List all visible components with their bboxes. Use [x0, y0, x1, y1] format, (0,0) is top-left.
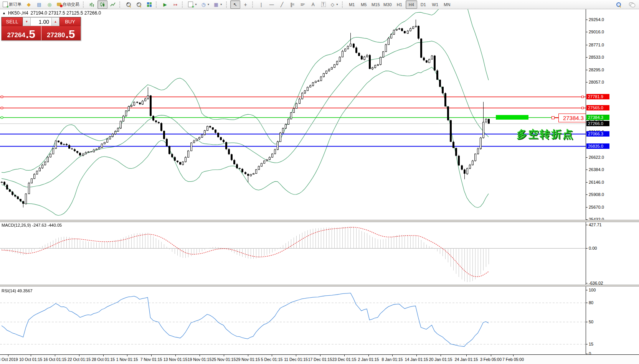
line-chart-button[interactable]	[108, 0, 118, 9]
axis-price-label: 26146.0	[589, 180, 604, 184]
macd-canvas[interactable]	[0, 222, 586, 285]
ohlc-values: 27194.0 27317.5 27125.5 27266.0	[31, 10, 101, 16]
time-axis-label: 13 Nov 01:15	[163, 357, 187, 362]
sell-price-fraction: .5	[26, 29, 35, 39]
tab-w1[interactable]: W1	[429, 0, 441, 9]
turning-point-annotation[interactable]: 多空转折点	[517, 127, 574, 141]
macd-scale-label: 0.00	[589, 246, 597, 250]
toolbar-grip	[182, 2, 185, 8]
tab-m1[interactable]: M1	[346, 0, 358, 9]
tab-m5[interactable]: M5	[358, 0, 370, 9]
autotrade-icon	[57, 3, 61, 6]
search-button[interactable]	[614, 0, 624, 9]
axis-price-label: 28533.0	[589, 55, 604, 59]
time-axis-tick	[248, 355, 248, 356]
time-axis-label: 2 Jan 01:15	[358, 357, 379, 362]
vertical-line-button[interactable]: |	[256, 0, 266, 9]
auto-scroll-button[interactable]: ▶	[160, 0, 170, 9]
tile-windows-icon	[147, 2, 152, 7]
tab-d1[interactable]: D1	[418, 0, 429, 9]
horizontal-line-button[interactable]: —	[267, 0, 277, 9]
time-axis-label: 7 Nov 01:15	[140, 357, 162, 362]
buy-price[interactable]: 27280 .5	[41, 26, 81, 40]
volume-input[interactable]: 1.00	[31, 17, 51, 26]
time-axis-tick	[8, 355, 8, 356]
candlestick-chart-icon	[100, 2, 105, 7]
time-axis-tick	[466, 355, 467, 356]
terminal-button[interactable]: ◎	[45, 0, 54, 9]
vertical-line-icon: |	[261, 2, 262, 7]
sell-price-main: 27264	[7, 31, 25, 39]
zoom-out-icon: −	[137, 2, 141, 7]
fibonacci-button[interactable]: ≡F	[298, 0, 308, 9]
axis-tick	[586, 45, 588, 45]
zoom-out-button[interactable]: −	[134, 0, 144, 9]
time-axis[interactable]: 3 Oct 201910 Oct 01:1516 Oct 01:1522 Oct…	[0, 354, 639, 364]
time-axis-tick	[79, 355, 79, 356]
axis-price-label: 25908.0	[589, 192, 604, 197]
time-axis-tick	[368, 355, 369, 356]
axis-tick	[586, 194, 588, 195]
tab-mn[interactable]: MN	[441, 0, 453, 9]
time-axis-label: 23 Dec 01:15	[332, 357, 356, 362]
buy-button[interactable]: BUY	[59, 17, 81, 26]
time-axis-label: 5 Dec 01:15	[261, 357, 283, 362]
autotrade-button[interactable]: 自动交易	[55, 0, 81, 9]
crosshair-icon: +	[244, 2, 247, 8]
rsi-scale-label: 100	[589, 288, 596, 292]
macd-label: MACD(12,26,9) -247.63 -440.05	[2, 223, 62, 227]
time-axis-tick	[31, 355, 31, 356]
collapse-panel-icon[interactable]: ▲	[2, 11, 6, 15]
template-icon: ▦	[214, 2, 218, 7]
zoom-in-button[interactable]: +	[124, 0, 134, 9]
axis-tick	[586, 32, 588, 32]
sell-price[interactable]: 27264 .5	[2, 26, 41, 40]
tile-windows-button[interactable]	[144, 0, 154, 9]
arrows-button[interactable]: ◇ ▼	[329, 0, 340, 9]
price-axis[interactable]: 29254.029016.028771.028533.028295.028057…	[586, 0, 639, 364]
channel-button[interactable]: ∥E	[287, 0, 297, 9]
market-watch-button[interactable]: ◆	[24, 0, 34, 9]
axis-price-label: 28295.0	[589, 68, 604, 72]
price-chart-canvas[interactable]	[0, 9, 586, 220]
templates-button[interactable]: ▦ ▼	[212, 0, 224, 9]
axis-price-label: 25670.0	[589, 205, 604, 209]
new-order-label: 新订单	[9, 2, 21, 7]
rsi-scale-label: 15	[589, 342, 593, 346]
arrows-icon: ◇	[331, 2, 334, 7]
new-order-button[interactable]: + 新订单	[1, 0, 23, 9]
time-axis-tick	[127, 355, 127, 356]
axis-tick	[586, 225, 588, 225]
crosshair-button[interactable]: +	[241, 0, 251, 9]
fibonacci-icon: ≡	[301, 2, 303, 7]
time-axis-tick	[224, 355, 224, 356]
indicators-button[interactable]: + ▼	[186, 0, 199, 9]
axis-tick	[586, 354, 588, 354]
candlestick-chart-button[interactable]	[97, 0, 107, 9]
tab-h4[interactable]: H4	[406, 0, 417, 9]
cursor-button[interactable]: ↖	[230, 0, 240, 9]
community-chat-button[interactable]	[627, 0, 637, 9]
axis-tick	[586, 290, 588, 290]
trendline-button[interactable]: ╱	[277, 0, 287, 9]
periods-button[interactable]: ◷ ▼	[200, 0, 211, 9]
text-label-button[interactable]: T	[319, 0, 329, 9]
rsi-canvas[interactable]	[0, 286, 586, 354]
price-flag-label[interactable]: 27384.3	[558, 114, 588, 122]
time-axis-tick	[513, 355, 514, 356]
pane-splitter[interactable]	[0, 285, 639, 287]
text-button[interactable]: A	[308, 0, 318, 9]
chevron-down-icon: ▼	[220, 3, 223, 6]
pane-splitter[interactable]	[0, 220, 639, 222]
sell-button[interactable]: SELL	[2, 17, 23, 26]
bar-chart-button[interactable]	[87, 0, 97, 9]
navigator-button[interactable]: ▤	[34, 0, 44, 9]
volume-increase-button[interactable]: ▲	[51, 17, 59, 26]
chart-shift-button[interactable]: ↦	[170, 0, 180, 9]
tab-h1[interactable]: H1	[394, 0, 405, 9]
chat-icon	[629, 2, 635, 7]
tab-m15[interactable]: M15	[370, 0, 381, 9]
tab-m30[interactable]: M30	[382, 0, 393, 9]
volume-decrease-button[interactable]: ▼	[23, 17, 31, 26]
time-axis-tick	[320, 355, 320, 356]
